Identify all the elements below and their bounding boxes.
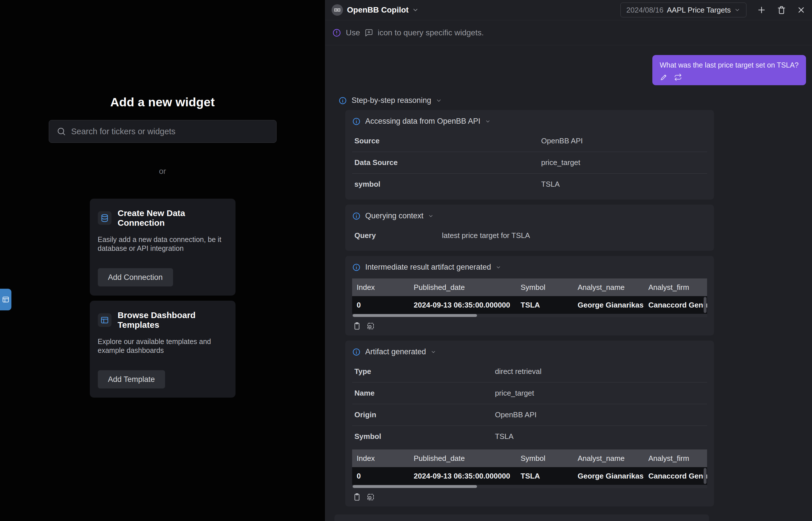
step-title: Querying context: [365, 211, 423, 220]
step-card-accessing-data: Accessing data from OpenBB API Source Op…: [345, 110, 714, 200]
table-header-row: Index Published_date Symbol Analyst_name…: [352, 450, 707, 467]
chevron-down-icon: [496, 265, 501, 270]
trash-icon: [777, 5, 786, 15]
step-card-querying-context: Querying context Query latest price targ…: [345, 205, 714, 251]
widget-query-icon: [365, 28, 373, 37]
search-icon: [57, 127, 66, 136]
chat-scroll-area: What was the last price target set on TS…: [325, 45, 812, 521]
hint-text-after: icon to query specific widgets.: [378, 28, 484, 37]
chevron-down-icon: [428, 213, 434, 219]
info-circle-icon: [352, 348, 361, 356]
step-header[interactable]: Querying context: [352, 205, 707, 225]
user-message-text: What was the last price target set on TS…: [660, 60, 798, 70]
reasoning-label: Step-by-step reasoning: [352, 96, 431, 105]
table-horizontal-scrollbar[interactable]: [352, 314, 707, 317]
card-title: Browse Dashboard Templates: [118, 310, 227, 330]
add-connection-button[interactable]: Add Connection: [98, 268, 173, 287]
clipboard-icon: [353, 493, 361, 501]
chevron-down-icon: [436, 97, 442, 104]
scrollbar-thumb[interactable]: [353, 314, 477, 317]
step-card-intermediate-result: Intermediate result artifact generated I…: [345, 256, 714, 336]
page-title: Add a new widget: [110, 95, 215, 109]
regenerate-button[interactable]: [674, 73, 682, 81]
artifact-data-table: Index Published_date Symbol Analyst_name…: [352, 450, 707, 502]
expand-table-button[interactable]: [366, 493, 375, 501]
copilot-panel: OpenBB Copilot 2024/08/16 AAPL Price Tar…: [325, 0, 812, 521]
hint-text-before: Use: [346, 28, 360, 37]
clipboard-icon: [353, 322, 361, 330]
widget-query-hint: Use icon to query specific widgets.: [325, 20, 812, 45]
openbb-logo-icon: [332, 4, 343, 16]
copy-table-button[interactable]: [353, 493, 361, 501]
close-panel-button[interactable]: [796, 5, 806, 15]
close-icon: [796, 5, 806, 15]
chevron-down-icon: [412, 6, 419, 14]
new-chat-button[interactable]: [757, 5, 766, 15]
chevron-down-icon: [430, 349, 436, 355]
step-header[interactable]: Intermediate result artifact generated: [352, 256, 707, 276]
card-description: Easily add a new data connection, be it …: [98, 235, 227, 253]
search-input[interactable]: [71, 127, 269, 136]
edit-pencil-icon: [660, 73, 668, 81]
kv-row: Data Source price_target: [352, 152, 707, 174]
delete-chat-button[interactable]: [777, 5, 786, 15]
table-vertical-scrollbar[interactable]: [704, 297, 706, 313]
step-header[interactable]: Accessing data from OpenBB API: [352, 110, 707, 130]
card-title: Create New Data Connection: [118, 208, 227, 228]
kv-row: Type direct retrieval: [352, 361, 707, 383]
conversation-selector[interactable]: 2024/08/16 AAPL Price Targets: [621, 3, 746, 17]
database-icon: [98, 211, 111, 225]
info-circle-icon: [352, 263, 361, 272]
kv-row: Name price_target: [352, 383, 707, 404]
step-title: Artifact generated: [365, 347, 426, 356]
browse-templates-card: Browse Dashboard Templates Explore our a…: [90, 301, 235, 398]
table-header-row: Index Published_date Symbol Analyst_name…: [352, 278, 707, 296]
kv-row: Origin OpenBB API: [352, 404, 707, 426]
edit-message-button[interactable]: [660, 73, 668, 81]
copy-table-button[interactable]: [353, 322, 361, 330]
add-template-button[interactable]: Add Template: [98, 370, 165, 388]
plus-icon: [757, 5, 766, 15]
copilot-header: OpenBB Copilot 2024/08/16 AAPL Price Tar…: [325, 0, 812, 20]
table-row[interactable]: 0 2024-09-13 06:35:00.000000 TSLA George…: [352, 296, 707, 314]
or-separator: or: [159, 167, 166, 176]
step-title: Accessing data from OpenBB API: [365, 117, 480, 126]
copilot-title: OpenBB Copilot: [347, 5, 409, 15]
result-data-table: Index Published_date Symbol Analyst_name…: [352, 278, 707, 331]
table-vertical-scrollbar[interactable]: [704, 468, 706, 484]
kv-row: Symbol TSLA: [352, 426, 707, 447]
kv-row: Query latest price target for TSLA: [352, 225, 707, 246]
copilot-title-dropdown[interactable]: OpenBB Copilot: [347, 5, 419, 15]
assistant-answer: The latest price target for TSLA is $254…: [334, 515, 709, 521]
dashboard-layout-icon: [98, 313, 111, 327]
create-data-connection-card: Create New Data Connection Easily add a …: [90, 199, 235, 296]
chevron-down-icon: [485, 118, 491, 124]
table-row[interactable]: 0 2024-09-13 06:35:00.000000 TSLA George…: [352, 467, 707, 485]
app-root: Add a new widget or: [0, 0, 812, 521]
info-circle-icon: [338, 96, 347, 105]
table-horizontal-scrollbar[interactable]: [352, 485, 707, 488]
reasoning-toggle[interactable]: Step-by-step reasoning: [338, 96, 442, 105]
expand-icon: [366, 493, 375, 501]
step-header[interactable]: Artifact generated: [352, 341, 707, 361]
conversation-title: AAPL Price Targets: [667, 6, 731, 15]
add-widget-panel: Add a new widget or: [0, 95, 325, 398]
alert-circle-icon: [332, 28, 341, 37]
scrollbar-thumb[interactable]: [353, 485, 477, 488]
card-description: Explore our available templates and exam…: [98, 337, 227, 355]
kv-row: Source OpenBB API: [352, 130, 707, 152]
dashboard-workspace: Add a new widget or: [0, 0, 325, 521]
kv-row: symbol TSLA: [352, 174, 707, 195]
info-circle-icon: [352, 212, 361, 220]
info-circle-icon: [352, 117, 361, 126]
user-message-bubble: What was the last price target set on TS…: [652, 55, 806, 85]
expand-icon: [366, 322, 375, 330]
regenerate-icon: [674, 73, 682, 81]
step-title: Intermediate result artifact generated: [365, 263, 491, 272]
widget-search: [49, 120, 276, 143]
expand-table-button[interactable]: [366, 322, 375, 330]
chevron-down-icon: [734, 7, 740, 13]
conversation-date: 2024/08/16: [626, 6, 663, 15]
step-card-artifact-generated: Artifact generated Type direct retrieval…: [345, 341, 714, 506]
